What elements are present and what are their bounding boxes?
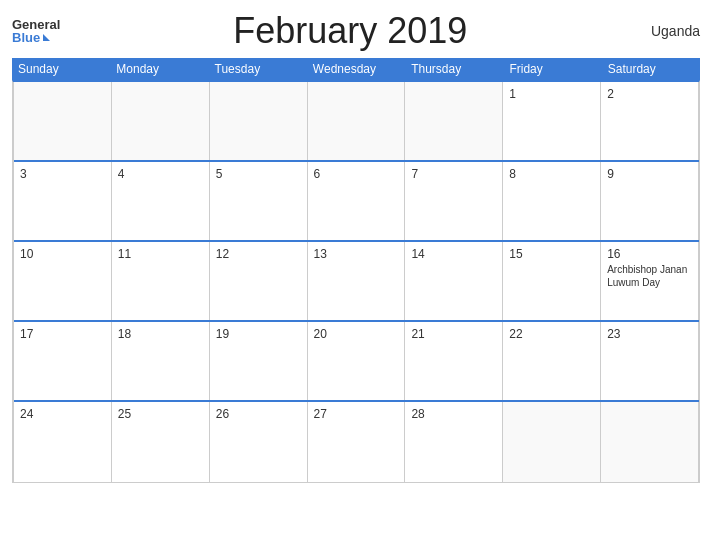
cell-4-0: 24: [14, 402, 112, 482]
week-row-5: 2425262728: [14, 402, 699, 482]
logo: General Blue: [12, 18, 60, 44]
calendar-header: General Blue February 2019 Uganda: [12, 10, 700, 52]
day-sunday: Sunday: [12, 58, 110, 80]
day-friday: Friday: [503, 58, 601, 80]
cell-0-0: [14, 82, 112, 160]
day-thursday: Thursday: [405, 58, 503, 80]
cell-number: 26: [216, 407, 301, 421]
cell-number: 9: [607, 167, 692, 181]
cell-number: 24: [20, 407, 105, 421]
cell-number: 22: [509, 327, 594, 341]
cell-2-6: 16Archbishop Janan Luwum Day: [601, 242, 699, 320]
cell-number: 23: [607, 327, 692, 341]
cell-number: 3: [20, 167, 105, 181]
week-row-4: 17181920212223: [14, 322, 699, 402]
cell-2-5: 15: [503, 242, 601, 320]
cell-number: 5: [216, 167, 301, 181]
cell-4-5: [503, 402, 601, 482]
cell-1-3: 6: [308, 162, 406, 240]
cell-4-1: 25: [112, 402, 210, 482]
cell-number: 17: [20, 327, 105, 341]
cell-3-3: 20: [308, 322, 406, 400]
cell-1-4: 7: [405, 162, 503, 240]
cell-number: 11: [118, 247, 203, 261]
cell-3-0: 17: [14, 322, 112, 400]
calendar-wrapper: General Blue February 2019 Uganda Sunday…: [0, 0, 712, 550]
week-row-3: 10111213141516Archbishop Janan Luwum Day: [14, 242, 699, 322]
day-wednesday: Wednesday: [307, 58, 405, 80]
cell-event: Archbishop Janan Luwum Day: [607, 263, 692, 289]
cell-number: 27: [314, 407, 399, 421]
cell-0-1: [112, 82, 210, 160]
day-tuesday: Tuesday: [209, 58, 307, 80]
days-header: Sunday Monday Tuesday Wednesday Thursday…: [12, 58, 700, 80]
calendar-rows: 12345678910111213141516Archbishop Janan …: [13, 82, 699, 482]
cell-0-5: 1: [503, 82, 601, 160]
cell-4-4: 28: [405, 402, 503, 482]
cell-number: 20: [314, 327, 399, 341]
cell-2-0: 10: [14, 242, 112, 320]
cell-2-3: 13: [308, 242, 406, 320]
calendar-grid: 12345678910111213141516Archbishop Janan …: [12, 80, 700, 483]
cell-number: 7: [411, 167, 496, 181]
cell-0-6: 2: [601, 82, 699, 160]
cell-3-6: 23: [601, 322, 699, 400]
cell-number: 14: [411, 247, 496, 261]
logo-triangle-icon: [43, 34, 50, 41]
day-monday: Monday: [110, 58, 208, 80]
cell-4-6: [601, 402, 699, 482]
cell-3-1: 18: [112, 322, 210, 400]
week-row-1: 12: [14, 82, 699, 162]
week-row-2: 3456789: [14, 162, 699, 242]
cell-number: 18: [118, 327, 203, 341]
cell-3-5: 22: [503, 322, 601, 400]
cell-number: 13: [314, 247, 399, 261]
cell-0-4: [405, 82, 503, 160]
cell-number: 12: [216, 247, 301, 261]
cell-number: 19: [216, 327, 301, 341]
cell-number: 25: [118, 407, 203, 421]
cell-number: 8: [509, 167, 594, 181]
cell-number: 15: [509, 247, 594, 261]
cell-0-3: [308, 82, 406, 160]
cell-2-2: 12: [210, 242, 308, 320]
cell-1-0: 3: [14, 162, 112, 240]
cell-3-2: 19: [210, 322, 308, 400]
cell-1-1: 4: [112, 162, 210, 240]
logo-blue-text: Blue: [12, 31, 50, 44]
cell-0-2: [210, 82, 308, 160]
cell-4-3: 27: [308, 402, 406, 482]
cell-1-2: 5: [210, 162, 308, 240]
cell-4-2: 26: [210, 402, 308, 482]
cell-number: 2: [607, 87, 692, 101]
country-label: Uganda: [640, 23, 700, 39]
calendar-title: February 2019: [60, 10, 640, 52]
cell-number: 6: [314, 167, 399, 181]
cell-1-6: 9: [601, 162, 699, 240]
cell-3-4: 21: [405, 322, 503, 400]
cell-number: 1: [509, 87, 594, 101]
cell-number: 16: [607, 247, 692, 261]
cell-1-5: 8: [503, 162, 601, 240]
cell-number: 21: [411, 327, 496, 341]
cell-number: 10: [20, 247, 105, 261]
day-saturday: Saturday: [602, 58, 700, 80]
cell-number: 4: [118, 167, 203, 181]
cell-2-4: 14: [405, 242, 503, 320]
cell-2-1: 11: [112, 242, 210, 320]
cell-number: 28: [411, 407, 496, 421]
